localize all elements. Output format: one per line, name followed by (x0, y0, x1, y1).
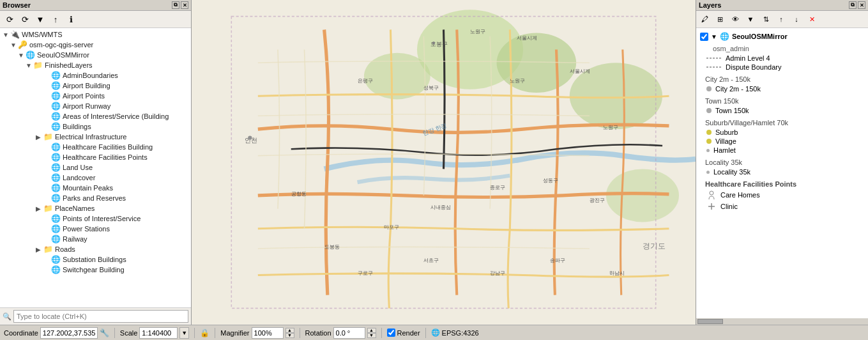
scale-input[interactable] (139, 327, 178, 339)
browser-refresh-btn[interactable]: ⟳ (3, 12, 17, 26)
rotation-input[interactable] (333, 327, 365, 339)
tree-item-powerstations[interactable]: ▶ 🌐 Power Stations (0, 224, 191, 234)
search-input[interactable] (13, 310, 188, 323)
layers-filter-btn[interactable]: 🖍 (697, 12, 712, 26)
tree-item-mtpeaks[interactable]: ▶ 🌐 Mountain Peaks (0, 183, 191, 193)
browser-title-buttons: ⧉ ✕ (172, 1, 188, 9)
layers-title: Layers (699, 1, 721, 9)
tree-icon-seoulosm: 🌐 (26, 50, 35, 59)
layer-group-checkbox[interactable] (700, 33, 708, 41)
tree-item-admin[interactable]: ▶ 🌐 AdminBoundaries (0, 70, 191, 81)
svg-point-34 (710, 191, 713, 195)
tree-item-switchgear[interactable]: ▶ 🌐 Switchgear Building (0, 265, 191, 275)
layers-down-btn[interactable]: ↓ (789, 12, 803, 26)
tree-label-osm-server: osm-ogc-qgis-server (29, 41, 93, 49)
tree-item-parks[interactable]: ▶ 🌐 Parks and Reserves (0, 193, 191, 203)
layer-symbol-city (706, 86, 712, 91)
browser-close-btn[interactable]: ✕ (181, 1, 188, 9)
layers-scrollbar-thumb[interactable] (697, 319, 723, 324)
map-svg: 한강 한강 인천 경기도 도봉구 노원구 서울시계 은평구 성북구 노원구 서울… (192, 0, 696, 325)
scale-label: Scale (120, 329, 138, 337)
browser-filter-btn[interactable]: ▼ (33, 12, 47, 26)
tree-item-landcover[interactable]: ▶ 🌐 Landcover (0, 173, 191, 183)
rotation-up-btn[interactable]: ▲ (367, 328, 376, 333)
layer-entry-suburb: Suburb (699, 128, 865, 137)
magnifier-up-btn[interactable]: ▲ (286, 328, 294, 333)
tree-item-landuse[interactable]: ▶ 🌐 Land Use (0, 162, 191, 173)
tree-arrow-seoulosm: ▼ (18, 52, 26, 59)
layer-symbol-admin4 (706, 54, 722, 62)
tree-icon-healthcare-b: 🌐 (51, 143, 61, 151)
tree-item-airportpoints[interactable]: ▶ 🌐 Airport Points (0, 91, 191, 101)
tree-item-buildings[interactable]: ▶ 🌐 Buildings (0, 121, 191, 132)
tree-item-areasofinterest[interactable]: ▶ 🌐 Areas of Interest/Service (Building (0, 111, 191, 121)
layers-eye-btn[interactable]: 👁 (728, 12, 742, 26)
tree-item-airportbuilding[interactable]: ▶ 🌐 Airport Building (0, 81, 191, 91)
layer-group-icon: 🌐 (720, 32, 729, 41)
svg-text:시내중심: 시내중심 (430, 204, 451, 210)
svg-text:노원구: 노원구 (603, 124, 618, 130)
layer-section-title-osm-admin: osm_admin (700, 45, 864, 52)
map-area[interactable]: 한강 한강 인천 경기도 도봉구 노원구 서울시계 은평구 성북구 노원구 서울… (192, 0, 696, 325)
tree-label-powerstations: Power Stations (63, 225, 110, 233)
layers-close-btn[interactable]: ✕ (858, 1, 865, 9)
browser-panel: Browser ⧉ ✕ ⟳ ⟳ ▼ ↑ ℹ ▼ 🔌 WMS/WMTS ▼ � (0, 0, 192, 325)
coordinate-input[interactable] (40, 327, 98, 339)
layers-up-btn[interactable]: ↑ (774, 12, 788, 26)
tree-item-healthcare-p[interactable]: ▶ 🌐 Healthcare Facilities Points (0, 152, 191, 162)
tree-item-substation[interactable]: ▶ 🌐 Substation Buildings (0, 254, 191, 265)
rotation-down-btn[interactable]: ▼ (367, 333, 376, 338)
status-magnifier: Magnifier ▲ ▼ (220, 327, 294, 339)
tree-label-placenames: PlaceNames (55, 205, 95, 212)
layer-entry-village: Village (699, 137, 865, 146)
svg-text:은평구: 은평구 (358, 77, 373, 84)
tree-item-airportrunway[interactable]: ▶ 🌐 Airport Runway (0, 101, 191, 111)
tree-item-railway[interactable]: ▶ 🌐 Railway (0, 234, 191, 244)
tree-item-placenames[interactable]: ▶ 📁 PlaceNames (0, 203, 191, 213)
tree-icon-placenames: 📁 (43, 204, 53, 213)
coordinate-icon: 🔧 (100, 328, 109, 337)
layer-group-seoulosm[interactable]: ▼ 🌐 SeoulOSMMirror (699, 31, 865, 42)
tree-icon-healthcare-p: 🌐 (51, 153, 61, 162)
browser-sync-btn[interactable]: ⟳ (18, 12, 32, 26)
layer-section-title-locality: Locality 35k (700, 158, 864, 166)
layers-restore-btn[interactable]: ⧉ (849, 1, 857, 9)
status-bar: Coordinate 🔧 Scale ▼ 🔒 Magnifier ▲ ▼ Rot… (0, 325, 868, 340)
browser-titlebar: Browser ⧉ ✕ (0, 0, 191, 11)
layers-copy-btn[interactable]: ⊞ (713, 12, 727, 26)
status-rotation: Rotation ▲ ▼ (305, 327, 376, 339)
tree-item-electrical[interactable]: ▶ 📁 Electrical Infrastructure (0, 132, 191, 142)
tree-item-wms[interactable]: ▼ 🔌 WMS/WMTS (0, 29, 191, 40)
browser-collapse-btn[interactable]: ↑ (49, 12, 63, 26)
render-checkbox[interactable] (387, 328, 395, 337)
tree-icon-areasofinterest: 🌐 (51, 112, 61, 121)
layer-entry-town: Town 150k (699, 106, 865, 115)
tree-icon-landcover: 🌐 (51, 173, 61, 182)
browser-info-btn[interactable]: ℹ (64, 12, 78, 26)
tree-item-seoulosm[interactable]: ▼ 🌐 SeoulOSMMirror (0, 50, 191, 60)
tree-item-finished[interactable]: ▼ 📁 FinishedLayers (0, 60, 191, 70)
scale-dropdown-btn[interactable]: ▼ (179, 327, 189, 339)
tree-item-osm-server[interactable]: ▼ 🔑 osm-ogc-qgis-server (0, 40, 191, 50)
browser-restore-btn[interactable]: ⧉ (172, 1, 179, 9)
layers-remove-btn[interactable]: ✕ (805, 12, 819, 26)
layer-label-dispute: Dispute Boundary (726, 63, 781, 71)
tree-item-poi[interactable]: ▶ 🌐 Points of Interest/Service (0, 213, 191, 224)
layer-label-locality: Locality 35k (713, 168, 750, 176)
svg-text:서울시계: 서울시계 (517, 35, 537, 41)
tree-icon-airportpoints: 🌐 (51, 91, 61, 100)
tree-item-healthcare-b[interactable]: ▶ 🌐 Healthcare Facilities Building (0, 142, 191, 152)
tree-item-roads[interactable]: ▶ 📁 Roads (0, 244, 191, 254)
layer-symbol-village (706, 139, 712, 144)
magnifier-input[interactable] (252, 327, 284, 339)
tree-icon-parks: 🌐 (51, 194, 61, 203)
layers-sort-btn[interactable]: ⇅ (759, 12, 773, 26)
layer-label-suburb: Suburb (715, 128, 738, 136)
tree-icon-wms: 🔌 (10, 30, 20, 39)
layer-section-town: Town 150k Town 150k (699, 97, 865, 115)
layers-scrollbar[interactable] (696, 318, 868, 325)
svg-text:경기도: 경기도 (643, 242, 666, 251)
tree-label-finished: FinishedLayers (45, 61, 93, 69)
layers-filter2-btn[interactable]: ▼ (743, 12, 758, 26)
magnifier-down-btn[interactable]: ▼ (286, 333, 294, 338)
